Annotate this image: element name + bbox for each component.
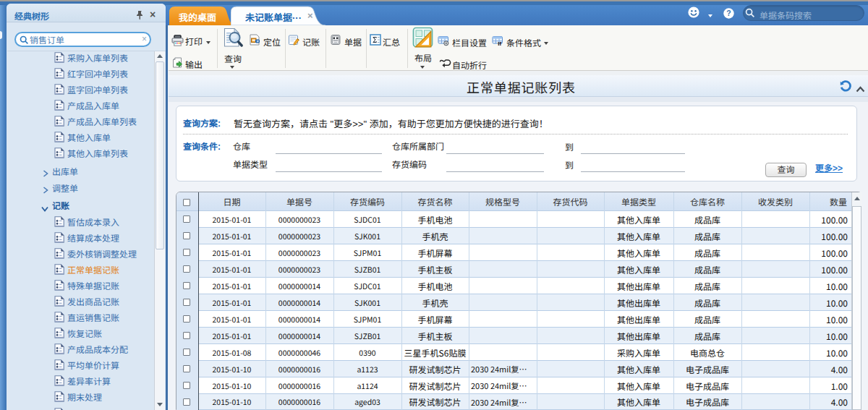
svg-text:If: If bbox=[498, 40, 501, 46]
svg-text:?: ? bbox=[726, 9, 731, 17]
